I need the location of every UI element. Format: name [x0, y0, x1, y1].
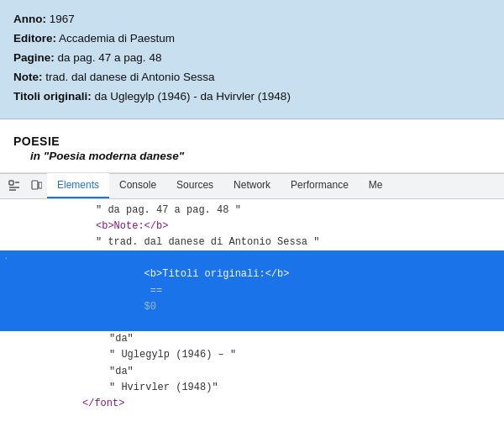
info-box: Anno: 1967 Editore: Accademia di Paestum…: [0, 0, 504, 119]
code-line-9: </font>: [0, 396, 504, 408]
line-dot: ·: [0, 251, 12, 266]
pagine-label: Pagine:: [13, 51, 55, 64]
editore-label: Editore:: [13, 32, 56, 45]
code-line-3: " trad. dal danese di Antonio Sessa ": [0, 235, 504, 250]
note-line: Note: trad. dal danese di Antonio Sessa: [13, 68, 491, 87]
svg-rect-4: [32, 181, 38, 189]
devtools-tabbar: Elements Console Sources Network Perform…: [0, 174, 504, 199]
code-line-1: " da pag. 47 a pag. 48 ": [0, 203, 504, 219]
page-content: POESIE in "Poesia moderna danese": [0, 119, 504, 173]
code-panel[interactable]: " da pag. 47 a pag. 48 " <b>Note:</b> " …: [0, 199, 504, 408]
editore-value: Accademia di Paestum: [59, 32, 175, 45]
tab-elements[interactable]: Elements: [47, 173, 109, 198]
code-line-6: " Uglegylp (1946) – ": [0, 347, 504, 363]
code-line-5: "da": [0, 331, 504, 347]
tab-performance[interactable]: Performance: [281, 173, 359, 198]
anno-line: Anno: 1967: [13, 10, 491, 29]
subtitle: in "Poesia moderna danese": [13, 150, 491, 162]
tab-sources[interactable]: Sources: [166, 173, 223, 198]
svg-rect-0: [9, 181, 13, 185]
pagine-line: Pagine: da pag. 47 a pag. 48: [13, 49, 491, 68]
device-icon[interactable]: [25, 175, 47, 197]
note-label: Note:: [13, 71, 43, 83]
svg-rect-5: [39, 182, 42, 188]
tab-more[interactable]: Me: [359, 173, 393, 198]
devtools-panel: Elements Console Sources Network Perform…: [0, 173, 504, 408]
code-line-4[interactable]: · <b>Titoli originali:</b> == $0: [0, 250, 504, 331]
editore-line: Editore: Accademia di Paestum: [13, 29, 491, 49]
titoli-line: Titoli originali: da Uglegylp (1946) - d…: [13, 87, 491, 107]
pagine-value: da pag. 47 a pag. 48: [58, 51, 162, 64]
inspect-icon[interactable]: [3, 175, 25, 197]
titoli-label: Titoli originali:: [13, 90, 92, 103]
anno-label: Anno:: [13, 13, 46, 25]
tab-network[interactable]: Network: [223, 173, 281, 198]
anno-value: 1967: [50, 13, 75, 25]
tab-console[interactable]: Console: [109, 173, 166, 198]
code-line-7: "da": [0, 364, 504, 380]
titoli-value: da Uglegylp (1946) - da Hvirvler (1948): [95, 90, 291, 103]
code-line-2: <b>Note:</b>: [0, 219, 504, 235]
poesie-title: POESIE: [13, 134, 491, 148]
note-value: trad. dal danese di Antonio Sessa: [45, 71, 214, 83]
code-line-8: " Hvirvler (1948)": [0, 380, 504, 396]
